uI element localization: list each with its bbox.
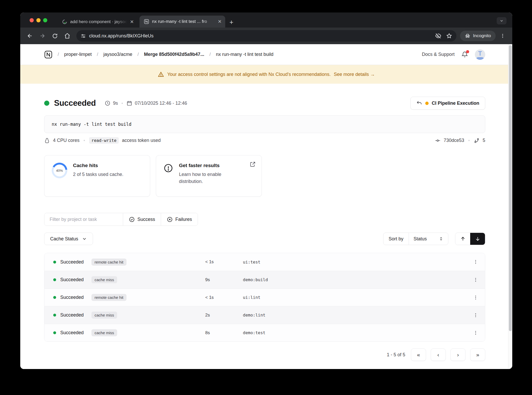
incognito-badge: Incognito [460,31,496,41]
row-task[interactable]: demo:lint [243,313,466,318]
notification-dot [466,50,469,53]
status-dot [53,261,56,264]
tab-nx-run[interactable]: nx run-many -t lint test ... fro ✕ [139,16,225,28]
url-text[interactable]: cloud.nx.app/runs/BkIXGHleUs [89,33,154,39]
success-filter-button[interactable]: Success [123,213,161,226]
sort-ascending-button[interactable] [455,233,470,245]
nx-logo-icon[interactable] [44,50,52,59]
row-duration: < 1s [205,259,243,265]
table-row[interactable]: Succeeded cache miss 9s demo:build [44,271,485,288]
list-controls: Cache Status Sort by Status [44,233,485,245]
sort-descending-button[interactable] [470,233,485,245]
incognito-icon [465,33,470,39]
row-menu-kebab-icon[interactable] [466,330,485,335]
last-page-button[interactable]: » [470,348,485,361]
first-page-button[interactable]: « [411,348,426,361]
breadcrumb-run[interactable]: nx run-many -t lint test build [216,52,273,57]
bookmark-star-icon[interactable] [446,33,452,39]
previous-page-button[interactable]: ‹ [431,348,446,361]
close-window-button[interactable] [30,18,34,22]
commit-hash[interactable]: 730dce53 [444,138,464,143]
tab-close-icon[interactable]: ✕ [218,19,222,24]
breadcrumb-separator: / [209,52,211,57]
row-status-label: Succeeded [60,312,87,318]
filter-input[interactable] [44,213,123,226]
cache-percent-label: 40% [54,164,65,176]
ci-pipeline-execution-button[interactable]: CI Pipeline Execution [410,97,485,110]
cache-status-label: Cache Status [50,236,78,242]
back-button[interactable] [24,30,35,41]
row-menu-kebab-icon[interactable] [466,259,485,265]
dot-separator [84,140,85,141]
eye-off-icon[interactable] [435,33,441,39]
calendar-icon [127,100,132,106]
run-datetime: 07/10/2025 12:46 - 12:46 [135,101,187,106]
table-row[interactable]: Succeeded remote cache hit < 1s ui:test [44,253,485,271]
chevron-up-down-icon [439,236,443,241]
row-status-label: Succeeded [60,330,87,335]
address-bar[interactable]: cloud.nx.app/runs/BkIXGHleUs [76,30,456,42]
status-dot [53,314,56,317]
docs-support-link[interactable]: Docs & Support [422,52,455,57]
window-controls[interactable] [30,18,47,22]
cache-card-subtitle: 2 of 5 tasks used cache. [73,171,123,178]
command-box: nx run-many -t lint test build [44,115,485,133]
maximize-window-button[interactable] [43,18,47,22]
task-graph-count[interactable]: 5 [483,138,485,143]
failures-filter-button[interactable]: Failures [161,213,198,226]
git-branch-icon [474,138,480,143]
cache-status-dropdown[interactable]: Cache Status [44,233,93,245]
forward-button[interactable] [37,30,48,41]
faster-results-card[interactable]: Get faster results Learn how to enable d… [156,155,262,197]
sort-by-group: Sort by Status [383,233,448,245]
cache-hits-card[interactable]: 40% Cache hits 2 of 5 tasks used cache. [44,155,150,197]
row-menu-kebab-icon[interactable] [466,277,485,282]
next-page-button[interactable]: › [450,348,466,361]
row-status-label: Succeeded [60,295,87,300]
tab-search-chevron-button[interactable] [497,17,507,24]
row-task[interactable]: demo:test [243,330,466,335]
access-token-badge: read-write [89,137,119,144]
table-row[interactable]: Succeeded remote cache hit < 1s ui:lint [44,288,485,306]
external-link-icon[interactable] [250,161,256,167]
faster-card-subtitle: Learn how to enable distribution. [179,171,244,185]
home-button[interactable] [62,30,73,41]
breadcrumb-commit[interactable]: Merge 85d500f42d5a9b47... [144,52,204,57]
browser-menu-kebab[interactable] [497,30,508,41]
page-scrollbar[interactable] [508,44,512,369]
breadcrumb-workspace[interactable]: proper-limpet [64,52,92,57]
banner-message: Your access control settings are not ali… [167,72,331,77]
linux-penguin-icon [44,138,50,143]
new-tab-button[interactable]: + [229,19,233,25]
row-status-label: Succeeded [60,277,87,282]
cache-status-badge: remote cache hit [91,294,127,301]
run-header: Succeeded 9s 07/10/2025 12:46 - 12:46 [44,97,485,110]
row-task[interactable]: ui:lint [243,295,466,300]
minimize-window-button[interactable] [36,18,41,22]
row-duration: < 1s [205,295,243,300]
avatar[interactable]: T [475,49,485,60]
tab-close-icon[interactable]: ✕ [130,19,134,24]
table-row[interactable]: Succeeded cache miss 8s demo:test [44,324,485,341]
breadcrumb-separator: / [58,52,59,57]
access-token-suffix: access token used [122,138,161,143]
run-duration: 9s [113,101,118,106]
avatar-letter: T [475,50,485,57]
table-row[interactable]: Succeeded cache miss 2s demo:lint [44,306,485,324]
site-header: / proper-limpet / jaysoo3/acme / Merge 8… [20,44,512,65]
dot-separator [122,103,123,104]
cache-status-badge: cache miss [91,276,117,283]
row-menu-kebab-icon[interactable] [466,295,485,300]
row-task[interactable]: demo:build [243,277,466,282]
row-task[interactable]: ui:test [243,260,466,265]
site-settings-icon[interactable] [81,33,86,39]
sort-select[interactable]: Status [409,233,448,245]
tab-github-pr[interactable]: add hero component · jaysoo ✕ [58,16,137,28]
row-menu-kebab-icon[interactable] [466,313,485,318]
notifications-bell-icon[interactable] [461,51,468,58]
filter-bar: Success Failures [44,213,198,226]
reload-button[interactable] [49,30,60,41]
scrollbar-thumb[interactable] [509,45,512,331]
banner-link[interactable]: See more details → [334,72,375,77]
breadcrumb-repo[interactable]: jaysoo3/acme [103,52,132,57]
